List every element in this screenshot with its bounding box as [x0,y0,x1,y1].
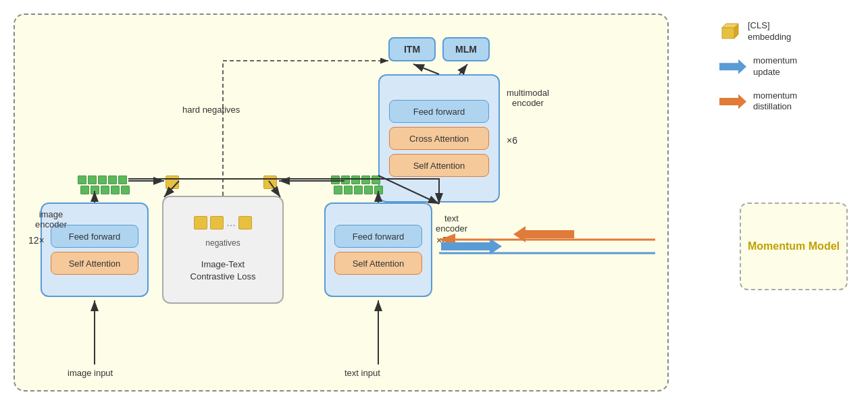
text-self-attention-block: Self Attention [334,252,422,275]
itc-box: ... negatives Image-TextContrastive Loss [162,196,284,304]
hard-negatives-label: hard negatives [182,105,240,115]
legend-panel: [CLS]embedding momentumupdate momentumdi… [719,20,854,125]
image-multiplier-label: 12× [28,235,45,246]
cls-legend-label: [CLS]embedding [748,20,791,43]
cube-yellow-1 [194,216,207,230]
negatives-label: negatives [205,238,240,249]
momentum-distillation-arrow-icon [719,94,746,109]
image-encoder-label: imageencoder [35,209,67,230]
cube-yellow-3 [238,216,252,230]
mm-self-attention-block: Self Attention [389,154,489,177]
momentum-distillation-legend-item: momentumdistillation [719,90,854,113]
mm-cross-attention-block: Cross Attention [389,127,489,150]
cls-legend-item: [CLS]embedding [719,20,854,43]
mlm-button[interactable]: MLM [442,37,490,61]
image-self-attention-block: Self Attention [51,252,138,275]
itc-text-cube [263,176,277,189]
momentum-distillation-legend-label: momentumdistillation [753,90,797,113]
svg-rect-0 [722,28,734,38]
text-feed-forward-block: Feed forward [334,225,422,248]
text-output-cubes [331,176,383,194]
mm-multiplier-label: ×6 [507,135,517,146]
mm-feed-forward-block: Feed forward [389,100,489,123]
image-output-cubes [78,176,130,194]
itc-label: Image-TextContrastive Loss [190,259,256,283]
text-encoder-box: Feed forward Self Attention [324,202,432,297]
text-input-label: text input [344,368,380,378]
momentum-update-legend-label: momentumupdate [753,55,797,78]
cube-yellow-2 [210,216,224,230]
momentum-model-box: Momentum Model [740,202,848,290]
momentum-update-legend-item: momentumupdate [719,55,854,78]
itc-image-cube [165,176,179,189]
text-encoder-label: textencoder [436,213,467,234]
momentum-update-arrow-icon [719,59,746,74]
itc-cubes-row: ... [194,216,251,230]
multimodal-encoder-label: multimodalencoder [507,88,549,108]
dots-label: ... [226,217,235,229]
image-input-label: image input [68,368,113,378]
itm-button[interactable]: ITM [388,37,436,61]
momentum-model-label: Momentum Model [748,240,840,252]
multimodal-encoder-box: Feed forward Cross Attention Self Attent… [378,74,500,202]
cls-cube-icon [719,21,741,43]
